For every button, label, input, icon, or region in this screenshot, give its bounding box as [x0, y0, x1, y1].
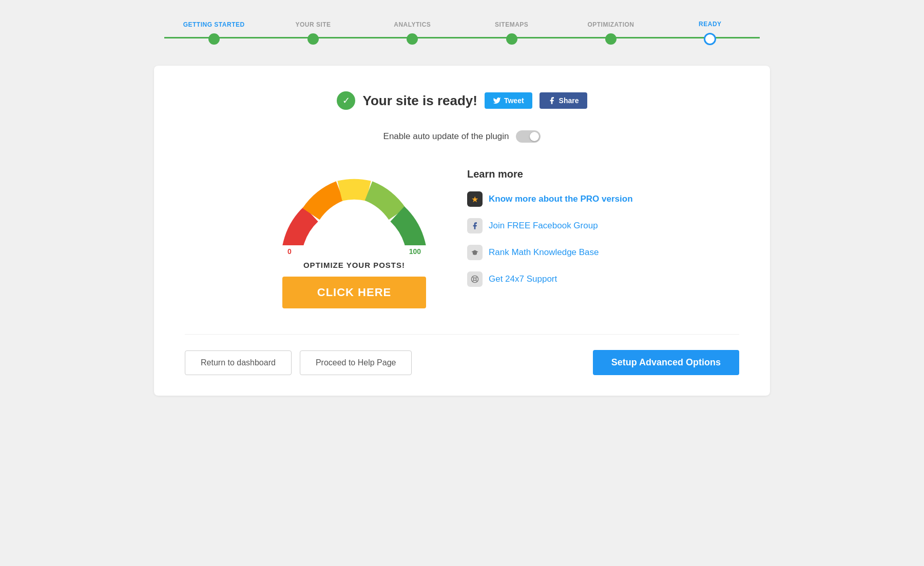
gauge-min-label: 0: [287, 247, 292, 256]
svg-line-6: [472, 277, 474, 278]
step-your-site-label: YOUR SITE: [295, 21, 331, 28]
pro-icon: ★: [467, 191, 483, 207]
tweet-button[interactable]: Tweet: [485, 92, 532, 109]
step-sitemaps-label: SITEMAPS: [495, 21, 528, 28]
svg-point-0: [311, 227, 398, 245]
gauge-max-label: 100: [409, 247, 421, 256]
learn-item-support[interactable]: Get 24x7 Support: [467, 271, 642, 287]
svg-line-7: [476, 280, 477, 282]
step-optimization-label: OPTIMIZATION: [587, 21, 634, 28]
gauge-svg: [282, 168, 426, 245]
gauge-scale-labels: 0 100: [287, 247, 421, 256]
learn-more-title: Learn more: [467, 168, 642, 180]
main-card: ✓ Your site is ready! Tweet Share Enable…: [154, 66, 770, 396]
ready-header: ✓ Your site is ready! Tweet Share: [185, 91, 739, 110]
step-ready[interactable]: READY: [661, 21, 760, 45]
step-your-site-dot: [307, 33, 319, 45]
svg-line-8: [476, 277, 477, 278]
return-dashboard-button[interactable]: Return to dashboard: [185, 350, 292, 375]
learn-item-facebook[interactable]: Join FREE Facebook Group: [467, 218, 642, 233]
content-area: 0 100 Optimize your posts! CLICK HERE Le…: [185, 168, 739, 308]
share-label: Share: [559, 96, 579, 105]
gauge-section: 0 100 Optimize your posts! CLICK HERE: [282, 168, 426, 308]
footer-buttons: Return to dashboard Proceed to Help Page…: [185, 334, 739, 375]
step-analytics-label: ANALYTICS: [394, 21, 431, 28]
step-optimization[interactable]: OPTIMIZATION: [561, 21, 660, 45]
ready-title: Your site is ready!: [362, 93, 477, 109]
auto-update-toggle[interactable]: [516, 130, 541, 143]
share-button[interactable]: Share: [540, 92, 587, 109]
click-here-button[interactable]: CLICK HERE: [282, 277, 426, 308]
gauge-chart: [282, 168, 426, 245]
proceed-help-button[interactable]: Proceed to Help Page: [300, 350, 412, 375]
step-ready-label: READY: [699, 21, 722, 28]
learn-item-knowledge-base[interactable]: Rank Math Knowledge Base: [467, 245, 642, 260]
facebook-icon: [467, 218, 483, 233]
step-analytics-dot: [407, 33, 418, 45]
optimize-posts-text: Optimize your posts!: [303, 261, 405, 269]
auto-update-label: Enable auto update of the plugin: [383, 131, 509, 142]
step-ready-dot: [704, 33, 716, 45]
tweet-label: Tweet: [504, 96, 524, 105]
learn-item-pro-text: Know more about the PRO version: [489, 194, 633, 204]
learn-item-facebook-text: Join FREE Facebook Group: [489, 221, 598, 231]
learn-item-pro[interactable]: ★ Know more about the PRO version: [467, 191, 642, 207]
step-your-site[interactable]: YOUR SITE: [263, 21, 362, 45]
learn-item-knowledge-base-text: Rank Math Knowledge Base: [489, 247, 599, 258]
auto-update-row: Enable auto update of the plugin: [185, 130, 739, 143]
step-optimization-dot: [605, 33, 617, 45]
setup-advanced-button[interactable]: Setup Advanced Options: [593, 350, 739, 375]
learn-item-support-text: Get 24x7 Support: [489, 274, 557, 284]
step-getting-started-dot: [208, 33, 220, 45]
learn-more-section: Learn more ★ Know more about the PRO ver…: [467, 168, 642, 298]
footer-left-buttons: Return to dashboard Proceed to Help Page: [185, 350, 412, 375]
step-sitemaps[interactable]: SITEMAPS: [462, 21, 561, 45]
progress-bar: GETTING STARTED YOUR SITE ANALYTICS SITE…: [154, 15, 770, 50]
step-analytics[interactable]: ANALYTICS: [363, 21, 462, 45]
step-getting-started[interactable]: GETTING STARTED: [164, 21, 263, 45]
check-icon: ✓: [337, 91, 355, 110]
support-icon: [467, 271, 483, 287]
svg-point-5: [473, 278, 476, 280]
step-getting-started-label: GETTING STARTED: [183, 21, 245, 28]
svg-line-9: [472, 280, 474, 282]
step-sitemaps-dot: [506, 33, 517, 45]
knowledge-base-icon: [467, 245, 483, 260]
